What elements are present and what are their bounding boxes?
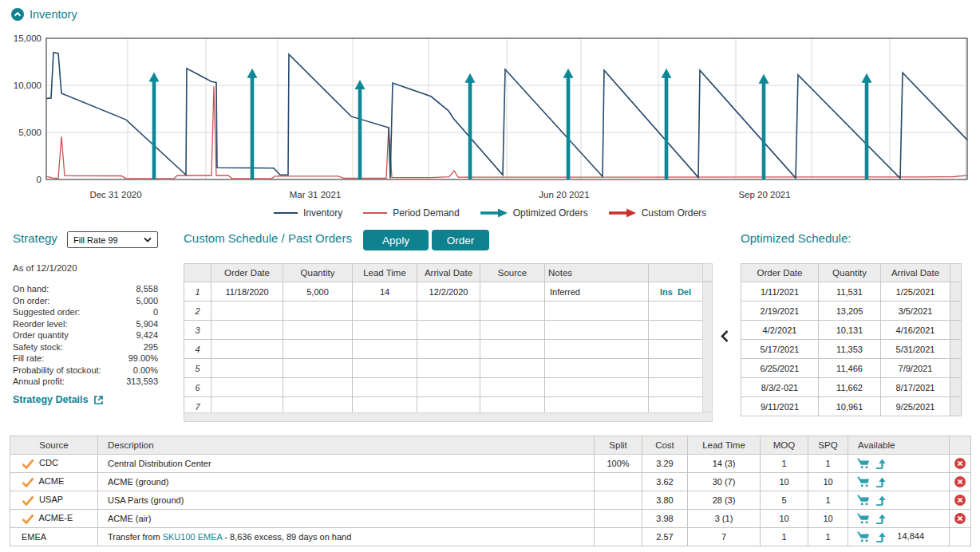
custom-cell[interactable] <box>480 282 545 302</box>
custom-cell[interactable] <box>417 359 480 378</box>
custom-cell[interactable] <box>283 302 353 321</box>
custom-cell[interactable] <box>283 359 353 378</box>
custom-cell[interactable] <box>545 302 649 321</box>
available-cell <box>848 510 950 528</box>
custom-cell[interactable] <box>211 302 283 321</box>
strategy-select[interactable]: Fill Rate 99 <box>67 231 158 248</box>
description-cell: Central Distribution Center <box>98 455 595 473</box>
delete-icon[interactable] <box>954 458 966 469</box>
upload-icon[interactable] <box>875 458 887 470</box>
custom-cell[interactable] <box>480 302 545 321</box>
custom-cell[interactable] <box>417 340 480 359</box>
custom-cell[interactable] <box>211 340 283 359</box>
source-data-cell: 1 <box>808 491 848 510</box>
strategy-metric-row: Safety stock:295 <box>13 341 158 353</box>
delete-icon[interactable] <box>954 513 966 524</box>
custom-cell[interactable] <box>353 359 417 378</box>
optimized-vertical-scrollbar[interactable] <box>950 302 962 321</box>
custom-cell[interactable] <box>211 378 283 397</box>
upload-icon[interactable] <box>875 476 887 488</box>
optimized-cell: 9/25/2021 <box>881 397 950 416</box>
source-data-cell <box>595 510 642 528</box>
optimized-vertical-scrollbar[interactable] <box>950 340 962 359</box>
custom-cell[interactable] <box>283 321 353 340</box>
custom-cell[interactable] <box>211 321 283 340</box>
source-data-cell: 28 (3) <box>688 491 761 510</box>
source-cell: CDC <box>10 455 98 473</box>
upload-icon[interactable] <box>875 495 887 507</box>
source-data-cell: 3.80 <box>642 491 688 510</box>
optimized-col-header: Arrival Date <box>881 264 950 282</box>
custom-cell[interactable] <box>353 340 417 359</box>
custom-cell[interactable] <box>353 321 417 340</box>
cart-icon[interactable] <box>856 512 871 525</box>
upload-icon[interactable] <box>875 531 887 543</box>
custom-cell[interactable]: 12/2/2020 <box>417 282 480 302</box>
custom-cell[interactable] <box>545 340 649 359</box>
custom-cell[interactable] <box>480 340 545 359</box>
custom-cell[interactable]: Inferred <box>545 282 649 302</box>
custom-cell[interactable] <box>353 302 417 321</box>
custom-col-header: Notes <box>545 264 649 282</box>
custom-cell[interactable]: 14 <box>353 282 417 302</box>
custom-cell[interactable]: 11/18/2020 <box>211 282 283 302</box>
custom-cell[interactable] <box>480 378 545 397</box>
custom-schedule-row: 3 <box>184 321 703 340</box>
custom-cell[interactable] <box>353 378 417 397</box>
custom-cell[interactable] <box>283 378 353 397</box>
sources-col-header: Description <box>98 436 595 455</box>
custom-cell[interactable] <box>283 340 353 359</box>
optimized-vertical-scrollbar[interactable] <box>950 397 962 416</box>
custom-cell[interactable] <box>545 378 649 397</box>
apply-button[interactable]: Apply <box>363 230 429 250</box>
row-actions <box>649 302 703 321</box>
collapse-section-icon[interactable] <box>11 8 24 21</box>
optimized-order-arrow <box>862 73 872 179</box>
ins-link[interactable]: Ins <box>660 287 673 297</box>
cart-icon[interactable] <box>856 457 871 470</box>
collapse-panel-chevron-icon[interactable] <box>720 329 729 346</box>
custom-cell[interactable] <box>417 321 480 340</box>
optimized-vertical-scrollbar[interactable] <box>950 321 962 340</box>
custom-cell[interactable]: 5,000 <box>283 282 353 302</box>
optimized-cell: 7/9/2021 <box>881 359 950 378</box>
optimized-vertical-scrollbar[interactable] <box>950 282 962 302</box>
custom-cell[interactable] <box>417 378 480 397</box>
cart-icon[interactable] <box>856 530 871 543</box>
order-button[interactable]: Order <box>432 230 489 250</box>
delete-cell <box>950 510 971 528</box>
metric-label: Safety stock: <box>13 341 63 353</box>
custom-cell[interactable] <box>211 359 283 378</box>
upload-icon[interactable] <box>875 513 887 525</box>
row-number: 1 <box>184 282 211 302</box>
strategy-details-link[interactable]: Strategy Details <box>13 394 88 405</box>
custom-cell[interactable] <box>480 359 545 378</box>
sources-col-header <box>950 436 971 455</box>
custom-cell[interactable] <box>545 359 649 378</box>
custom-cell[interactable] <box>545 321 649 340</box>
external-link-icon[interactable] <box>93 395 104 405</box>
delete-icon[interactable] <box>954 495 966 506</box>
custom-table-vertical-scrollbar[interactable] <box>702 282 713 412</box>
custom-table-horizontal-scrollbar[interactable] <box>184 412 713 422</box>
custom-cell[interactable] <box>417 302 480 321</box>
custom-schedule-row: 5 <box>184 359 703 378</box>
custom-table-scrollbar-corner <box>702 263 713 282</box>
optimized-cell: 10,131 <box>819 321 881 340</box>
check-icon <box>22 477 34 487</box>
custom-schedule-row: 111/18/20205,0001412/2/2020InferredInsDe… <box>184 282 703 302</box>
strategy-metric-row: Reorder level:5,904 <box>13 318 158 330</box>
optimized-vertical-scrollbar[interactable] <box>950 378 962 397</box>
delete-icon[interactable] <box>954 476 966 487</box>
optimized-vertical-scrollbar[interactable] <box>950 359 962 378</box>
cart-icon[interactable] <box>856 475 871 488</box>
sku-link[interactable]: SKU100 EMEA <box>163 532 223 542</box>
strategy-metrics: On hand:8,558On order:5,000Suggested ord… <box>13 283 158 388</box>
available-quantity: 14,844 <box>887 531 924 541</box>
del-link[interactable]: Del <box>678 287 691 297</box>
check-icon <box>22 459 34 469</box>
cart-icon[interactable] <box>856 494 871 507</box>
custom-cell[interactable] <box>480 321 545 340</box>
optimized-cell: 11,662 <box>819 378 881 397</box>
source-data-cell: 5 <box>761 491 808 510</box>
